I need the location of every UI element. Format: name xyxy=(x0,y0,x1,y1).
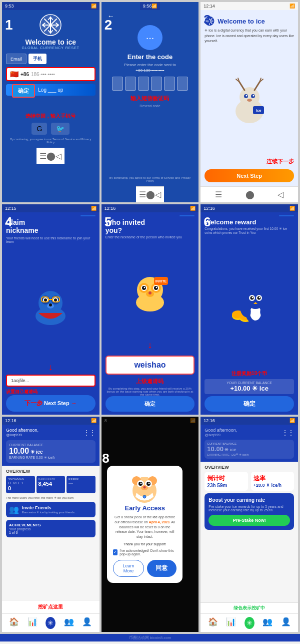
reward-sub: Congratulations, you have received your … xyxy=(204,227,294,234)
panel-4: 12:15 📶 4 Claim nickname Your friends wi… xyxy=(2,204,100,415)
nav-chart-9[interactable]: 📊 xyxy=(226,617,236,629)
nav-back[interactable]: ◁ xyxy=(56,151,62,161)
learn-more-btn[interactable]: Learn More xyxy=(113,560,144,577)
nav-profile-9[interactable]: 👤 xyxy=(281,617,291,629)
divider-4 xyxy=(80,215,96,216)
next-step-btn-4[interactable]: 下一步 Next Step → xyxy=(6,395,96,412)
welcome-sub-1: GLOBAL CURRENCY RESET xyxy=(6,46,96,50)
progress-value: 1 of 6 xyxy=(9,531,92,534)
checkbox-text: I've acknowledged! Don't show this pop-u… xyxy=(120,549,176,556)
code-box-1[interactable] xyxy=(112,77,123,91)
refer-note: — xyxy=(68,481,94,486)
time-5: 12:16 xyxy=(104,206,116,211)
watermark: 币圈活动网 bicoin8.com xyxy=(0,634,300,641)
bottom-nav-1: ☰ ⬤ ◁ xyxy=(36,148,64,164)
overview-title-9: OVERVIEW xyxy=(204,465,294,470)
time-1: 9:53 xyxy=(5,4,14,9)
sms-label: 输入短信验证码 xyxy=(106,95,195,102)
nav-menu-3[interactable]: ☰ xyxy=(215,190,222,199)
boost-title: Boost your earning rate xyxy=(208,497,290,503)
raccoon-mascot xyxy=(30,282,72,327)
early-title: Early Access xyxy=(124,504,164,512)
email-tab[interactable]: Email xyxy=(6,54,26,64)
more-icon-7[interactable]: ⋮⋮ xyxy=(84,429,96,436)
nav-home-3[interactable]: ⬤ xyxy=(246,190,254,199)
pre-stake-btn[interactable]: Pre-Stake Now! xyxy=(208,515,290,526)
greeting-9: Good afternoon, xyxy=(204,428,237,433)
nav-team[interactable]: 👥 xyxy=(64,617,74,629)
code-box-4[interactable] xyxy=(151,77,162,91)
nav-menu-2[interactable]: ☰ xyxy=(139,190,146,199)
svg-line-23 xyxy=(254,82,260,90)
signal-3: 📶 xyxy=(290,4,295,9)
status-bar-1: 9:53 📶 xyxy=(2,2,100,10)
status-bar-6: 12:16 📶 xyxy=(200,204,298,212)
panel-9: 12:16 📶 Good afternoon, @lxq999 ⋮⋮ CURRE… xyxy=(200,417,298,632)
snowflake-logo xyxy=(40,14,62,36)
code-box-2[interactable] xyxy=(125,77,136,91)
confirm-btn-6[interactable]: 确定 xyxy=(204,396,294,412)
back-arrow[interactable]: ← xyxy=(108,12,195,20)
status-bar-2: 9:56 📶 xyxy=(140,2,160,10)
overview-title-7: OVERVIEW xyxy=(6,469,96,474)
bear-mascot xyxy=(128,472,161,504)
code-box-3[interactable] xyxy=(138,77,149,91)
more-icon-9[interactable]: ⋮⋮ xyxy=(282,429,294,436)
reward-note: 注册奖励10个币 xyxy=(204,370,294,377)
google-btn[interactable]: G xyxy=(32,123,47,135)
confirm-btn-5[interactable]: 确定 xyxy=(106,396,195,412)
invite-friends-card[interactable]: 👥 Invite Friends Earn extra ✳ ice by inv… xyxy=(6,502,96,517)
nav-home-2[interactable]: ⬤ xyxy=(146,190,155,199)
reward-title: Welcome reward xyxy=(204,218,294,226)
claim-title: Claim nickname xyxy=(6,218,96,234)
divider-5 xyxy=(180,215,194,216)
panel-number-4: 4 xyxy=(5,214,12,230)
nav-home-9[interactable]: 🏠 xyxy=(208,617,218,629)
code-box-5[interactable] xyxy=(164,77,175,91)
nav-home-7[interactable]: 🏠 xyxy=(9,617,19,629)
step-icon: → xyxy=(71,400,77,407)
panel-number-3: 3 xyxy=(204,12,210,28)
speed-val: +20.0 ✳ ice/h xyxy=(254,483,292,488)
phone-tab[interactable]: 手机 xyxy=(28,54,46,64)
china-label: 选择中国，输入手机号 xyxy=(6,113,96,120)
nickname-input[interactable] xyxy=(6,375,96,387)
bottom-nav-3: ☰ ⬤ ◁ xyxy=(200,186,298,202)
resend-text[interactable]: Resend code xyxy=(106,104,195,108)
snowman-value: 0 xyxy=(8,485,33,491)
svg-line-20 xyxy=(240,82,244,90)
nav-profile[interactable]: 👤 xyxy=(82,617,92,629)
checkbox[interactable]: ✓ xyxy=(113,549,118,555)
panel-3: 12:14 📶 3 Welcome to ice ✳ ice is a digi… xyxy=(200,2,298,202)
mining-label: 挖矿点这里 xyxy=(6,603,96,610)
nav-mine-btn[interactable]: ✳ xyxy=(46,617,56,629)
panel-number-5: 5 xyxy=(104,214,112,230)
social-row: G 🐦 xyxy=(6,123,96,135)
time-2: 9:56 xyxy=(143,4,152,9)
nav-chart[interactable]: 📊 xyxy=(28,617,38,629)
nav-back-3[interactable]: ◁ xyxy=(278,190,284,199)
terms-text-2: By continuing, you agree to our Terms of… xyxy=(106,176,195,182)
invite-friends-label: Invite Friends xyxy=(22,505,77,510)
enter-code-title: Enter the code xyxy=(106,53,195,61)
hamster-mascot: INVITE xyxy=(130,270,170,312)
panel-6: 12:16 📶 6 Welcome reward Congratulations… xyxy=(200,204,298,415)
invite-code-box: weishao xyxy=(106,356,195,375)
invite-label-4: 设置自己邀请码 xyxy=(6,389,96,395)
signal-5: 📶 xyxy=(190,206,196,211)
agree-btn[interactable]: 同意 xyxy=(147,560,176,577)
code-box-6[interactable] xyxy=(177,77,188,91)
boost-desc: Pre-stake your ice rewards for up to 5 y… xyxy=(208,505,290,512)
welcome-title-1: Welcome to ice xyxy=(6,38,96,46)
nav-team-9[interactable]: 👥 xyxy=(262,617,272,629)
nav-back-2[interactable]: ◁ xyxy=(155,190,161,199)
confirm-overlay[interactable]: 确定 xyxy=(12,84,35,98)
nav-home[interactable]: ⬤ xyxy=(46,151,56,161)
nav-mine-btn-9[interactable]: ✳ xyxy=(244,617,254,629)
arrow-down: ↓ xyxy=(48,362,53,372)
nav-menu[interactable]: ☰ xyxy=(40,151,46,161)
tab-row-1: Email 手机 xyxy=(6,54,96,64)
twitter-btn[interactable]: 🐦 xyxy=(51,123,70,135)
panel-1: 9:53 📶 1 xyxy=(2,2,100,202)
next-step-btn[interactable]: Next Step xyxy=(204,169,294,182)
